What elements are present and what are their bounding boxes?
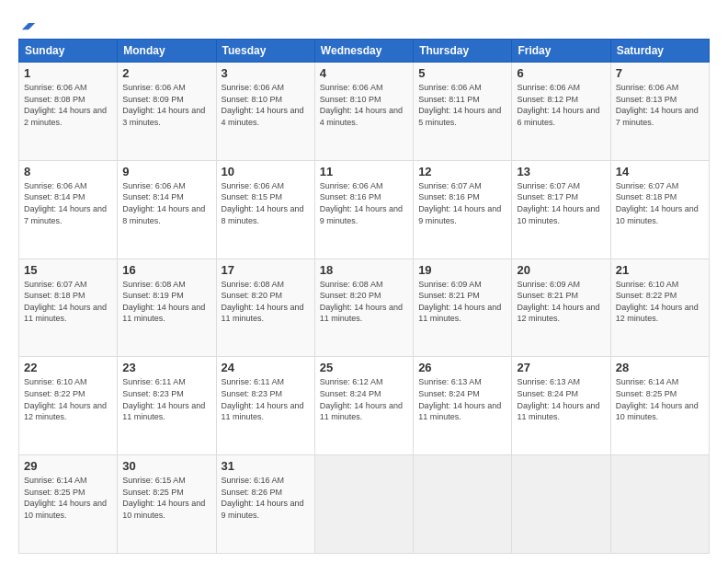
calendar-cell (610, 455, 709, 554)
day-info: Sunrise: 6:15 AMSunset: 8:25 PMDaylight:… (122, 476, 205, 520)
logo (18, 15, 37, 31)
day-info: Sunrise: 6:07 AMSunset: 8:16 PMDaylight:… (418, 181, 501, 225)
calendar-cell: 5Sunrise: 6:06 AMSunset: 8:11 PMDaylight… (414, 63, 512, 161)
calendar-cell: 17Sunrise: 6:08 AMSunset: 8:20 PMDayligh… (216, 259, 314, 357)
day-number: 21 (616, 263, 704, 277)
day-info: Sunrise: 6:06 AMSunset: 8:09 PMDaylight:… (122, 83, 205, 127)
day-number: 4 (320, 66, 408, 80)
day-number: 9 (122, 165, 210, 178)
calendar-cell: 19Sunrise: 6:09 AMSunset: 8:21 PMDayligh… (414, 259, 512, 357)
day-info: Sunrise: 6:11 AMSunset: 8:23 PMDaylight:… (122, 377, 205, 421)
day-info: Sunrise: 6:12 AMSunset: 8:24 PMDaylight:… (320, 377, 403, 421)
calendar-cell: 21Sunrise: 6:10 AMSunset: 8:22 PMDayligh… (610, 259, 709, 357)
day-header-monday: Monday (118, 40, 216, 63)
day-header-tuesday: Tuesday (216, 40, 314, 63)
day-number: 3 (222, 66, 310, 80)
page: SundayMondayTuesdayWednesdayThursdayFrid… (0, 0, 728, 563)
calendar-cell (414, 455, 512, 554)
day-info: Sunrise: 6:06 AMSunset: 8:14 PMDaylight:… (122, 181, 205, 225)
logo-icon (20, 15, 37, 31)
day-number: 8 (24, 165, 112, 178)
day-number: 17 (222, 263, 310, 277)
day-number: 12 (418, 165, 506, 178)
calendar-cell: 20Sunrise: 6:09 AMSunset: 8:21 PMDayligh… (512, 259, 610, 357)
calendar-cell: 26Sunrise: 6:13 AMSunset: 8:24 PMDayligh… (414, 357, 512, 455)
day-info: Sunrise: 6:14 AMSunset: 8:25 PMDaylight:… (616, 377, 699, 421)
day-info: Sunrise: 6:06 AMSunset: 8:10 PMDaylight:… (320, 83, 403, 127)
calendar-cell: 27Sunrise: 6:13 AMSunset: 8:24 PMDayligh… (512, 357, 610, 455)
calendar-table: SundayMondayTuesdayWednesdayThursdayFrid… (18, 39, 710, 554)
day-header-saturday: Saturday (610, 40, 709, 63)
calendar-header-row: SundayMondayTuesdayWednesdayThursdayFrid… (19, 40, 710, 63)
calendar-cell: 4Sunrise: 6:06 AMSunset: 8:10 PMDaylight… (314, 63, 413, 161)
day-number: 22 (24, 361, 112, 374)
calendar-week-row: 1Sunrise: 6:06 AMSunset: 8:08 PMDaylight… (19, 63, 710, 161)
calendar-cell: 7Sunrise: 6:06 AMSunset: 8:13 PMDaylight… (610, 63, 709, 161)
day-number: 1 (24, 66, 112, 80)
day-number: 25 (320, 361, 408, 374)
day-info: Sunrise: 6:08 AMSunset: 8:20 PMDaylight:… (222, 280, 304, 324)
day-info: Sunrise: 6:06 AMSunset: 8:11 PMDaylight:… (418, 83, 501, 127)
day-number: 7 (616, 66, 704, 80)
day-info: Sunrise: 6:09 AMSunset: 8:21 PMDaylight:… (517, 280, 599, 324)
day-info: Sunrise: 6:10 AMSunset: 8:22 PMDaylight:… (24, 377, 107, 421)
calendar-cell: 29Sunrise: 6:14 AMSunset: 8:25 PMDayligh… (19, 455, 118, 554)
day-info: Sunrise: 6:08 AMSunset: 8:20 PMDaylight:… (320, 280, 403, 324)
calendar-cell: 10Sunrise: 6:06 AMSunset: 8:15 PMDayligh… (216, 160, 314, 259)
day-header-thursday: Thursday (414, 40, 512, 63)
calendar-cell: 16Sunrise: 6:08 AMSunset: 8:19 PMDayligh… (118, 259, 216, 357)
day-header-friday: Friday (512, 40, 610, 63)
day-info: Sunrise: 6:06 AMSunset: 8:15 PMDaylight:… (222, 181, 304, 225)
day-info: Sunrise: 6:06 AMSunset: 8:16 PMDaylight:… (320, 181, 403, 225)
calendar-cell: 6Sunrise: 6:06 AMSunset: 8:12 PMDaylight… (512, 63, 610, 161)
day-number: 20 (517, 263, 605, 277)
day-info: Sunrise: 6:08 AMSunset: 8:19 PMDaylight:… (122, 280, 205, 324)
day-number: 13 (517, 165, 605, 178)
day-number: 6 (517, 66, 605, 80)
day-number: 14 (616, 165, 704, 178)
calendar-week-row: 29Sunrise: 6:14 AMSunset: 8:25 PMDayligh… (19, 455, 710, 554)
calendar-week-row: 15Sunrise: 6:07 AMSunset: 8:18 PMDayligh… (19, 259, 710, 357)
calendar-cell: 28Sunrise: 6:14 AMSunset: 8:25 PMDayligh… (610, 357, 709, 455)
day-info: Sunrise: 6:09 AMSunset: 8:21 PMDaylight:… (418, 280, 501, 324)
day-number: 5 (418, 66, 506, 80)
day-number: 15 (24, 263, 112, 277)
day-info: Sunrise: 6:14 AMSunset: 8:25 PMDaylight:… (24, 476, 107, 520)
day-info: Sunrise: 6:07 AMSunset: 8:17 PMDaylight:… (517, 181, 599, 225)
day-info: Sunrise: 6:13 AMSunset: 8:24 PMDaylight:… (418, 377, 501, 421)
calendar-cell: 18Sunrise: 6:08 AMSunset: 8:20 PMDayligh… (314, 259, 413, 357)
calendar-cell: 23Sunrise: 6:11 AMSunset: 8:23 PMDayligh… (118, 357, 216, 455)
day-info: Sunrise: 6:06 AMSunset: 8:14 PMDaylight:… (24, 181, 107, 225)
calendar-cell: 9Sunrise: 6:06 AMSunset: 8:14 PMDaylight… (118, 160, 216, 259)
day-info: Sunrise: 6:06 AMSunset: 8:08 PMDaylight:… (24, 83, 107, 127)
calendar-week-row: 22Sunrise: 6:10 AMSunset: 8:22 PMDayligh… (19, 357, 710, 455)
calendar-week-row: 8Sunrise: 6:06 AMSunset: 8:14 PMDaylight… (19, 160, 710, 259)
day-number: 19 (418, 263, 506, 277)
day-header-sunday: Sunday (19, 40, 118, 63)
day-number: 10 (222, 165, 310, 178)
day-info: Sunrise: 6:11 AMSunset: 8:23 PMDaylight:… (222, 377, 304, 421)
day-number: 16 (122, 263, 210, 277)
calendar-cell: 30Sunrise: 6:15 AMSunset: 8:25 PMDayligh… (118, 455, 216, 554)
calendar-cell: 13Sunrise: 6:07 AMSunset: 8:17 PMDayligh… (512, 160, 610, 259)
day-number: 29 (24, 459, 112, 473)
svg-marker-0 (22, 17, 35, 29)
day-info: Sunrise: 6:06 AMSunset: 8:13 PMDaylight:… (616, 83, 699, 127)
calendar-cell: 25Sunrise: 6:12 AMSunset: 8:24 PMDayligh… (314, 357, 413, 455)
calendar-cell: 3Sunrise: 6:06 AMSunset: 8:10 PMDaylight… (216, 63, 314, 161)
calendar-cell (314, 455, 413, 554)
day-header-wednesday: Wednesday (314, 40, 413, 63)
day-info: Sunrise: 6:07 AMSunset: 8:18 PMDaylight:… (24, 280, 107, 324)
day-number: 30 (122, 459, 210, 473)
day-info: Sunrise: 6:06 AMSunset: 8:12 PMDaylight:… (517, 83, 599, 127)
day-info: Sunrise: 6:06 AMSunset: 8:10 PMDaylight:… (222, 83, 304, 127)
day-number: 28 (616, 361, 704, 374)
day-number: 23 (122, 361, 210, 374)
calendar-cell: 8Sunrise: 6:06 AMSunset: 8:14 PMDaylight… (19, 160, 118, 259)
calendar-cell (512, 455, 610, 554)
day-number: 27 (517, 361, 605, 374)
day-number: 24 (222, 361, 310, 374)
day-info: Sunrise: 6:07 AMSunset: 8:18 PMDaylight:… (616, 181, 699, 225)
calendar-cell: 11Sunrise: 6:06 AMSunset: 8:16 PMDayligh… (314, 160, 413, 259)
calendar-cell: 1Sunrise: 6:06 AMSunset: 8:08 PMDaylight… (19, 63, 118, 161)
